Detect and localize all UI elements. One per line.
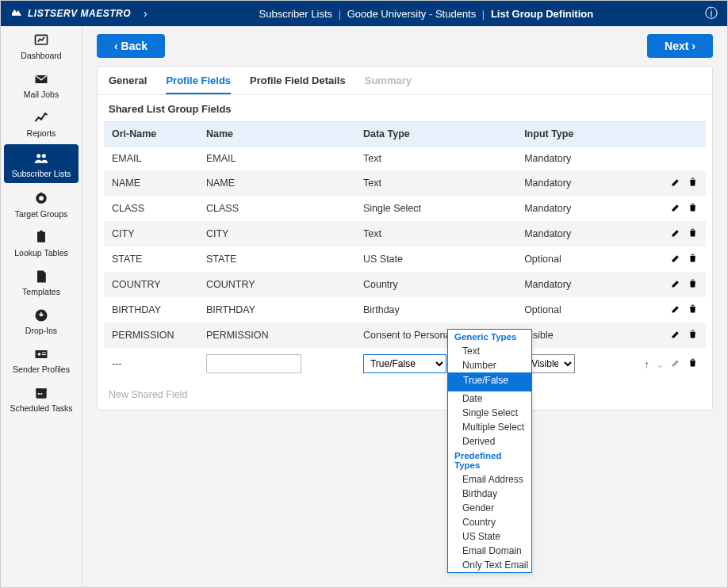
sidebar-item-senderprofiles[interactable]: Sender Profiles <box>1 340 82 379</box>
tab-profile-fields[interactable]: Profile Fields <box>166 74 231 94</box>
cell-ori-name: NAME <box>104 170 198 196</box>
dropdown-option[interactable]: Number <box>448 358 531 372</box>
dropdown-option[interactable]: True/False <box>448 372 531 391</box>
dropdown-option[interactable]: Date <box>448 391 531 406</box>
dropdown-option[interactable]: Email Address <box>448 472 531 487</box>
cell-data-type: US State <box>355 246 516 272</box>
delete-icon[interactable] <box>688 278 698 291</box>
delete-icon[interactable] <box>688 304 698 316</box>
app-logo-icon <box>10 7 23 20</box>
table-row: NAMENAMETextMandatory <box>104 170 706 196</box>
mailjobs-icon <box>33 71 50 87</box>
cell-name: BIRTHDAY <box>198 297 355 323</box>
cell-input-type: Optional <box>516 246 636 272</box>
table-row: STATESTATEUS StateOptional <box>104 246 706 272</box>
sidebar-item-lookuptables[interactable]: Lookup Tables <box>1 223 82 262</box>
tab-summary: Summary <box>365 74 412 94</box>
dropdown-option[interactable]: Multiple Select <box>448 420 531 434</box>
button-bar: ‹ Back Next › <box>97 34 713 58</box>
cell-ori-name: PERMISSION <box>104 323 198 348</box>
sidebar-item-dashboard[interactable]: Dashboard <box>1 26 82 65</box>
cell-input-type: Mandatory <box>516 221 636 246</box>
help-icon[interactable]: ⓘ <box>705 6 718 22</box>
cell-name: NAME <box>198 170 355 196</box>
dropins-icon <box>33 307 50 323</box>
breadcrumb-item[interactable]: Goode University - Students <box>347 8 477 20</box>
sidebar-item-subscriberlists[interactable]: Subscriber Lists <box>4 144 79 183</box>
breadcrumb-item[interactable]: Subscriber Lists <box>259 8 332 20</box>
move-down-icon: ⌄ <box>656 358 665 370</box>
cell-ori-name: --- <box>104 348 198 380</box>
svg-rect-14 <box>36 388 46 391</box>
new-data-type-select[interactable]: True/False <box>363 354 446 373</box>
cell-ori-name: CLASS <box>104 196 198 221</box>
sidebar-item-scheduledtasks[interactable]: Scheduled Tasks <box>1 379 82 418</box>
svg-point-10 <box>38 353 41 356</box>
cell-ori-name: STATE <box>104 246 198 272</box>
reports-icon <box>33 110 50 126</box>
dropdown-option[interactable]: Single Select <box>448 406 531 420</box>
table-row: PERMISSIONPERMISSIONConsent to Personal … <box>104 323 706 348</box>
table-row: BIRTHDAYBIRTHDAYBirthdayOptional <box>104 297 706 323</box>
fields-table: Ori-Name Name Data Type Input Type EMAIL… <box>104 121 706 380</box>
back-button[interactable]: ‹ Back <box>97 34 165 58</box>
table-row: CLASSCLASSSingle SelectMandatory <box>104 196 706 221</box>
svg-rect-11 <box>42 353 46 353</box>
main-content: ‹ Back Next › GeneralProfile FieldsProfi… <box>82 26 727 587</box>
cell-input-type: Optional <box>516 297 636 323</box>
dropdown-option[interactable]: Only Text Email <box>448 558 531 572</box>
edit-icon[interactable] <box>671 304 681 316</box>
sidebar-item-label: Scheduled Tasks <box>10 403 72 413</box>
move-up-icon[interactable]: ↑ <box>645 358 650 370</box>
sidebar-item-label: Sender Profiles <box>13 365 70 374</box>
edit-icon[interactable] <box>671 329 681 342</box>
next-button[interactable]: Next › <box>647 34 713 58</box>
delete-icon[interactable] <box>688 253 698 265</box>
dropdown-option[interactable]: Gender <box>448 501 531 515</box>
cell-ori-name: BIRTHDAY <box>104 297 198 323</box>
app-logo: LISTSERV MAESTRO <box>10 7 131 20</box>
dropdown-option[interactable]: Country <box>448 515 531 529</box>
cell-data-type: Country <box>355 272 516 297</box>
tab-bar: GeneralProfile FieldsProfile Field Detai… <box>98 67 712 95</box>
svg-rect-5 <box>40 193 42 195</box>
cell-input-type: Mandatory <box>516 196 636 221</box>
dropdown-option[interactable]: Email Domain <box>448 544 531 558</box>
breadcrumb-current: List Group Definition <box>491 8 593 20</box>
cell-name: CLASS <box>198 196 355 221</box>
cell-name: PERMISSION <box>198 323 355 348</box>
data-type-dropdown[interactable]: Generic TypesTextNumberTrue/FalseDateSin… <box>447 329 532 573</box>
delete-icon[interactable] <box>688 357 698 370</box>
dropdown-group-header: Generic Types <box>448 330 531 344</box>
svg-point-1 <box>36 154 40 158</box>
edit-icon[interactable] <box>671 177 681 189</box>
dashboard-icon <box>33 32 50 48</box>
svg-rect-12 <box>42 354 46 355</box>
tab-profile-field-details[interactable]: Profile Field Details <box>250 74 346 94</box>
dropdown-option[interactable]: Derived <box>448 434 531 449</box>
cell-input-type: Mandatory <box>516 170 636 196</box>
sidebar-item-targetgroups[interactable]: Target Groups <box>1 185 82 223</box>
sidebar-item-dropins[interactable]: Drop-Ins <box>1 301 82 340</box>
edit-icon[interactable] <box>671 227 681 240</box>
targetgroups-icon <box>33 191 50 207</box>
sidebar-item-reports[interactable]: Reports <box>1 104 82 143</box>
edit-icon[interactable] <box>671 253 681 265</box>
col-data-type: Data Type <box>355 122 516 147</box>
delete-icon[interactable] <box>688 202 698 215</box>
sidebar-item-templates[interactable]: Templates <box>1 262 82 301</box>
dropdown-option[interactable]: US State <box>448 529 531 544</box>
new-shared-field-link[interactable]: New Shared Field <box>98 380 198 410</box>
sidebar-item-mailjobs[interactable]: Mail Jobs <box>1 65 82 104</box>
new-name-input[interactable] <box>206 354 301 373</box>
tab-general[interactable]: General <box>109 74 147 94</box>
edit-icon[interactable] <box>671 202 681 215</box>
panel: GeneralProfile FieldsProfile Field Detai… <box>97 66 713 410</box>
dropdown-option[interactable]: Text <box>448 344 531 358</box>
edit-icon[interactable] <box>671 278 681 291</box>
delete-icon[interactable] <box>688 329 698 342</box>
delete-icon[interactable] <box>688 227 698 240</box>
cell-data-type: Text <box>355 221 516 246</box>
delete-icon[interactable] <box>688 177 698 189</box>
dropdown-option[interactable]: Birthday <box>448 487 531 501</box>
